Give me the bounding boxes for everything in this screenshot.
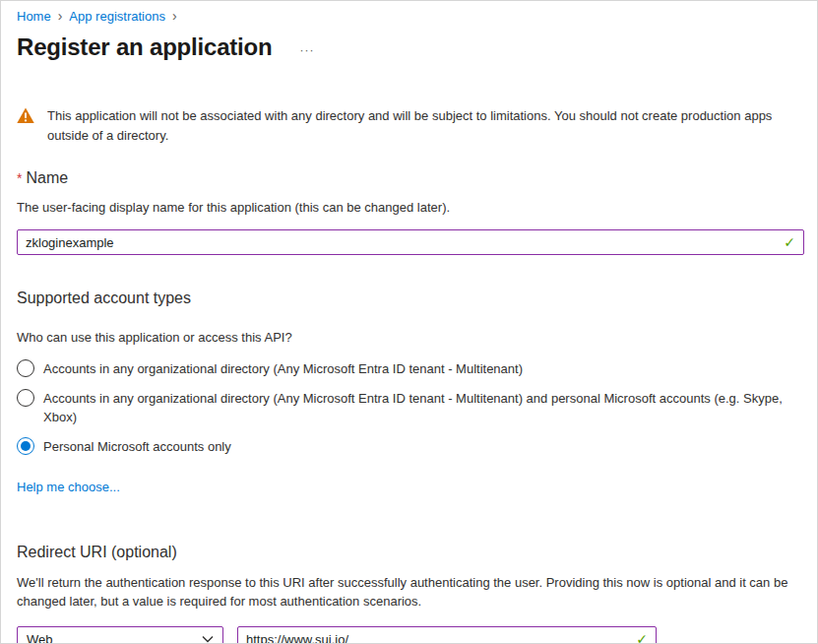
ellipsis-more-icon[interactable]: ··· [299,37,314,57]
chevron-right-icon: › [172,10,177,23]
radio-button-icon[interactable] [17,389,34,407]
chevron-right-icon: › [58,10,63,23]
warning-banner: This application will not be associated … [17,106,802,146]
required-asterisk: * [17,170,22,186]
warning-triangle-icon [17,107,34,124]
register-application-page: Home › App registrations › Register an a… [0,0,818,644]
redirect-uri-description: We'll return the authentication response… [17,573,805,611]
name-field-description: The user-facing display name for this ap… [17,200,802,215]
radio-option-multitenant[interactable]: Accounts in any organizational directory… [17,359,802,378]
valid-check-icon: ✓ [784,234,795,250]
radio-button-icon[interactable] [17,359,34,377]
radio-option-label: Accounts in any organizational directory… [43,359,802,378]
radio-option-personal-only[interactable]: Personal Microsoft accounts only [17,437,802,456]
name-input[interactable]: zkloginexample ✓ [17,229,804,255]
breadcrumb: Home › App registrations › [17,9,802,24]
platform-select[interactable]: Web [17,626,223,644]
supported-account-types-heading: Supported account types [17,290,802,307]
account-types-question: Who can use this application or access t… [17,330,802,345]
redirect-uri-value: https://www.sui.io/ [246,632,636,644]
platform-select-value: Web [27,632,53,644]
radio-button-selected-icon[interactable] [17,437,34,455]
radio-option-label: Accounts in any organizational directory… [43,389,802,426]
redirect-uri-heading: Redirect URI (optional) [17,544,802,561]
breadcrumb-home-link[interactable]: Home [17,9,51,24]
valid-check-icon: ✓ [636,631,648,644]
redirect-uri-row: Web https://www.sui.io/ ✓ [17,626,802,644]
radio-option-label: Personal Microsoft accounts only [43,437,802,456]
help-me-choose-link[interactable]: Help me choose... [17,480,120,494]
warning-text: This application will not be associated … [47,106,802,146]
name-input-value: zkloginexample [26,235,784,250]
redirect-uri-input[interactable]: https://www.sui.io/ ✓ [237,626,657,644]
chevron-down-icon [202,635,214,643]
radio-option-multitenant-personal[interactable]: Accounts in any organizational directory… [17,389,802,426]
name-field-label: *Name [17,169,802,187]
name-label-text: Name [26,169,68,186]
breadcrumb-app-registrations-link[interactable]: App registrations [69,9,165,24]
page-title: Register an application [17,33,272,61]
title-row: Register an application ··· [17,33,802,61]
